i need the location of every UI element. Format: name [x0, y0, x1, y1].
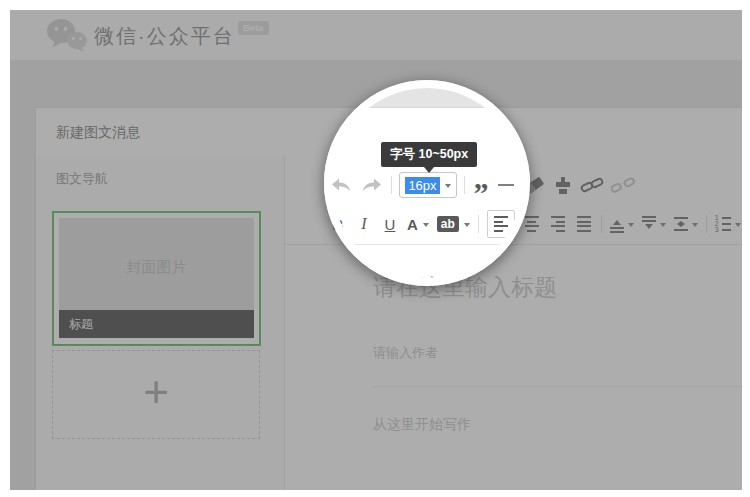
letter-spacing-icon [674, 217, 688, 231]
toolbar-row-1: 16px ” [329, 170, 635, 200]
top-header: 微信·公众平台 Beta [10, 10, 742, 60]
toolbar-row-2: B I U A ab [329, 210, 742, 238]
plus-icon: + [53, 351, 259, 433]
page-title: 新建图文消息 [56, 108, 140, 156]
chevron-down-icon[interactable] [423, 223, 429, 230]
editor-toolbar: 16px ” [285, 156, 742, 245]
ordered-list-button[interactable]: 1 2 3 [715, 212, 741, 236]
undo-icon [329, 176, 353, 194]
align-center-button[interactable] [523, 212, 541, 236]
paragraph-spacing-button[interactable] [610, 212, 634, 236]
underline-button[interactable]: U [381, 212, 399, 236]
format-brush-button[interactable] [553, 173, 573, 197]
add-article-button[interactable]: + [52, 350, 260, 439]
align-left-button[interactable] [487, 210, 515, 238]
wechat-logo-icon[interactable] [44, 16, 90, 60]
eraser-icon [522, 175, 546, 195]
insert-link-button[interactable] [580, 173, 604, 197]
line-height-icon [642, 216, 656, 233]
article-title-input[interactable]: 请在这里输入标题 [373, 272, 557, 303]
align-right-button[interactable] [549, 212, 567, 236]
sidebar-label: 图文导航 [56, 170, 108, 188]
toolbar-separator [478, 215, 479, 233]
chevron-down-icon[interactable] [692, 223, 698, 230]
eraser-button[interactable] [522, 173, 546, 197]
chevron-down-icon[interactable] [464, 223, 470, 230]
align-center-icon [525, 216, 539, 232]
editor-area: 16px ” [285, 156, 742, 490]
horizontal-rule-button[interactable] [497, 173, 515, 197]
highlight-label: ab [437, 216, 459, 232]
document-canvas: 请在这里输入标题 请输入作者 从这里开始写作 [285, 244, 742, 490]
bold-button[interactable]: B [329, 212, 347, 236]
font-color-button[interactable]: A [407, 212, 429, 236]
align-justify-icon [577, 216, 591, 232]
link-icon [580, 177, 604, 193]
article-nav-sidebar: 图文导航 封面图片 标题 + [36, 156, 285, 490]
align-justify-button[interactable] [575, 212, 593, 236]
toolbar-separator [391, 176, 392, 194]
font-color-label: A [407, 216, 418, 233]
ordered-list-icon: 1 2 3 [715, 216, 731, 232]
line-height-button[interactable] [642, 212, 666, 236]
italic-button[interactable]: I [355, 212, 373, 236]
article-body-input[interactable]: 从这里开始写作 [373, 416, 471, 434]
brand-title[interactable]: 微信·公众平台 [94, 23, 235, 50]
format-brush-icon [553, 176, 573, 195]
font-size-value[interactable]: 16px [405, 177, 439, 194]
toolbar-separator [706, 215, 707, 233]
font-size-input[interactable]: 16px [399, 172, 457, 198]
chevron-down-icon[interactable] [445, 184, 451, 191]
toolbar-separator [601, 215, 602, 233]
toolbar-separator [464, 176, 465, 194]
cover-image-placeholder[interactable]: 封面图片 标题 [59, 218, 254, 338]
align-right-icon [551, 216, 565, 232]
text-highlight-button[interactable]: ab [437, 212, 470, 236]
cover-title-bar: 标题 [59, 310, 254, 338]
chevron-down-icon[interactable] [660, 223, 666, 230]
article-author-input[interactable]: 请输入作者 [373, 344, 438, 362]
chevron-down-icon[interactable] [628, 223, 634, 230]
redo-button[interactable] [360, 173, 384, 197]
beta-badge: Beta [238, 21, 269, 35]
remove-link-button[interactable] [611, 173, 635, 197]
align-left-icon [494, 216, 508, 232]
app-window: 微信·公众平台 Beta 新建图文消息 图文导航 封面图片 标题 + [10, 10, 742, 490]
horizontal-rule-icon [498, 184, 514, 186]
chevron-down-icon[interactable] [735, 223, 741, 230]
cover-card-selected[interactable]: 封面图片 标题 [52, 211, 261, 346]
page: 微信·公众平台 Beta 新建图文消息 图文导航 封面图片 标题 + [0, 0, 750, 497]
cover-image-text: 封面图片 [59, 258, 254, 277]
font-size-tooltip: 字号 10~50px [381, 142, 477, 167]
blockquote-button[interactable]: ” [472, 173, 490, 197]
unlink-icon [611, 177, 635, 193]
redo-icon [360, 176, 384, 194]
undo-button[interactable] [329, 173, 353, 197]
letter-spacing-button[interactable] [674, 212, 698, 236]
paragraph-spacing-icon [610, 216, 624, 233]
divider [373, 386, 742, 387]
